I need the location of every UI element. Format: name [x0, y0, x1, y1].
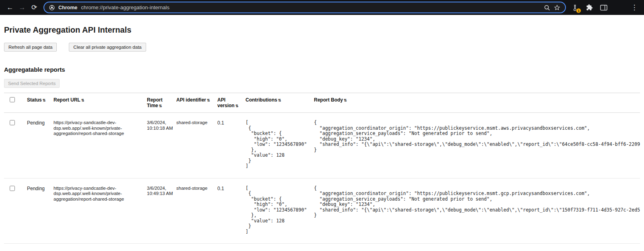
address-bar[interactable]: Chrome chrome://private-aggregation-inte… — [43, 2, 566, 13]
column-header-api-identifier[interactable]: API identifier⇅ — [176, 93, 217, 113]
reload-button[interactable]: ⟳ — [28, 2, 40, 14]
kebab-glyph: ⋮ — [631, 3, 638, 12]
report-body-cell: { "aggregation_coordinator_origin": "htt… — [314, 178, 640, 244]
forward-button[interactable]: → — [16, 2, 28, 14]
page-content: Private Aggregation API Internals Refres… — [0, 25, 644, 244]
action-button-row: Refresh all page data Clear all private … — [4, 43, 640, 52]
contributions-cell: [ { "bucket": { "high": "0", "low": "123… — [246, 113, 314, 178]
report-time-cell: 3/6/2024, 10:49:13 AM — [147, 178, 176, 244]
forward-icon: → — [19, 4, 26, 11]
column-header-contributions[interactable]: Contributions⇅ — [246, 93, 314, 113]
back-button[interactable]: ← — [4, 2, 16, 14]
column-header-report-body[interactable]: Report Body⇅ — [314, 93, 640, 113]
toolbar-right-cluster: 1 ⋮ — [571, 2, 640, 13]
api-version-cell: 0.1 — [217, 113, 246, 178]
report-time-cell: 3/6/2024, 10:10:18 AM — [147, 113, 176, 178]
report-body-json: { "aggregation_coordinator_origin": "htt… — [314, 120, 640, 153]
report-url-cell: https://privacy-sandcastle-dev-dsp.web.a… — [54, 178, 147, 244]
page-title: Private Aggregation API Internals — [4, 25, 640, 35]
sort-icon: ⇅ — [344, 98, 347, 102]
table-row: Pending https://privacy-sandcastle-dev-d… — [4, 113, 640, 178]
labs-flask-icon[interactable]: 1 — [571, 2, 579, 13]
api-version-cell: 0.1 — [217, 178, 246, 244]
table-row: Pending https://privacy-sandcastle-dev-d… — [4, 178, 640, 244]
select-cell — [4, 113, 27, 178]
column-label: API version — [217, 97, 235, 108]
sort-icon: ⇅ — [278, 98, 281, 102]
column-label: Report Body — [314, 97, 343, 103]
column-label: Report URL — [54, 97, 80, 103]
clear-all-button[interactable]: Clear all private aggregation data — [69, 43, 146, 52]
sort-icon: ⇅ — [81, 98, 85, 102]
column-label: Contributions — [246, 97, 277, 103]
reports-table: Status⇅ Report URL⇅ Report Time⇅ API ide… — [4, 93, 640, 244]
url-scheme-label: Chrome — [58, 5, 77, 10]
api-identifier-cell: shared-storage — [176, 113, 217, 178]
refresh-all-button[interactable]: Refresh all page data — [4, 43, 57, 52]
sort-icon: ⇅ — [159, 104, 162, 108]
select-all-checkbox[interactable] — [10, 97, 15, 102]
column-header-api-version[interactable]: API version⇅ — [217, 93, 246, 113]
column-header-report-time[interactable]: Report Time⇅ — [147, 93, 176, 113]
url-text: chrome://private-aggregation-internals — [81, 4, 169, 10]
column-header-status[interactable]: Status⇅ — [27, 93, 54, 113]
column-header-report-url[interactable]: Report URL⇅ — [54, 93, 147, 113]
table-header-row: Status⇅ Report URL⇅ Report Time⇅ API ide… — [4, 93, 640, 113]
notification-badge: 1 — [576, 8, 581, 13]
chrome-logo-icon — [49, 5, 55, 10]
column-label: Status — [27, 97, 42, 103]
select-report-checkbox[interactable] — [10, 120, 15, 125]
select-all-cell — [4, 93, 27, 113]
sort-icon: ⇅ — [235, 104, 239, 108]
send-selected-reports-button[interactable]: Send Selected Reports — [4, 79, 60, 88]
column-label: API identifier — [176, 97, 206, 103]
bookmark-star-icon[interactable] — [554, 4, 560, 11]
contributions-json: [ { "bucket": { "high": "0", "low": "123… — [246, 120, 311, 169]
report-url-cell: https://privacy-sandcastle-dev-dsp.web.a… — [54, 113, 147, 178]
status-cell: Pending — [27, 178, 54, 244]
api-identifier-cell: shared-storage — [176, 178, 217, 244]
section-heading: Aggregatable reports — [4, 66, 640, 73]
status-cell: Pending — [27, 113, 54, 178]
report-body-cell: { "aggregation_coordinator_origin": "htt… — [314, 113, 640, 178]
extensions-icon[interactable] — [585, 2, 593, 13]
back-icon: ← — [7, 4, 14, 11]
select-report-checkbox[interactable] — [10, 186, 15, 191]
contributions-cell: [ { "bucket": { "high": "0", "low": "123… — [246, 178, 314, 244]
sort-icon: ⇅ — [207, 98, 210, 102]
browser-toolbar: ← → ⟳ Chrome chrome://private-aggregatio… — [0, 0, 644, 15]
zoom-icon[interactable] — [544, 4, 550, 11]
reload-icon: ⟳ — [31, 4, 37, 11]
contributions-json: [ { "bucket": { "high": "0", "low": "123… — [246, 186, 311, 235]
side-panel-icon[interactable] — [600, 2, 608, 13]
menu-kebab-icon[interactable]: ⋮ — [630, 2, 638, 13]
select-cell — [4, 178, 27, 244]
report-body-json: { "aggregation_coordinator_origin": "htt… — [314, 186, 640, 218]
profile-avatar[interactable] — [614, 3, 624, 12]
sort-icon: ⇅ — [43, 98, 46, 102]
